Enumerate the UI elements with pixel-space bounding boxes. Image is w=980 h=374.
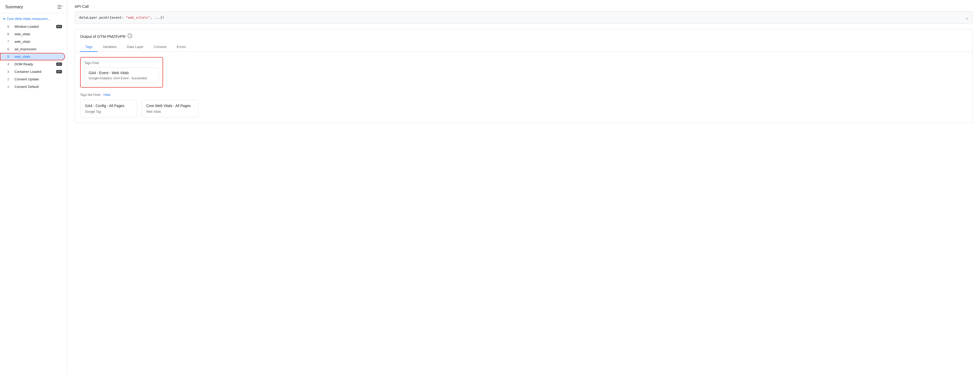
svg-marker-3 xyxy=(62,6,63,7)
sidebar-item-name-6: ad_impression xyxy=(14,47,62,51)
sidebar-item-4[interactable]: 4 DOM Ready </> xyxy=(0,60,65,68)
sidebar-item-name-8: web_vitals xyxy=(14,32,62,36)
sidebar-item-1[interactable]: 1 Consent Default xyxy=(0,83,65,91)
code-string: "web_vitals" xyxy=(126,16,150,19)
api-call-title: API Call xyxy=(67,0,980,11)
sidebar-item-name-9: Window Loaded xyxy=(14,25,55,29)
code-icon-4: </> xyxy=(57,63,61,65)
output-header: Output of GTM-PMZ5VPR ? xyxy=(75,29,972,39)
code-icon-9: </> xyxy=(57,25,61,28)
tags-not-fired-section: Tags Not Fired Hide GA4 - Config - All P… xyxy=(80,93,967,118)
not-fired-card-sub-2: Web Vitals xyxy=(146,110,193,113)
tag-card-ga4-event[interactable]: GA4 - Event - Web Vitals Google Analytic… xyxy=(84,67,159,83)
sidebar-item-number-3: 3 xyxy=(7,70,13,73)
code-icon-3: </> xyxy=(57,70,61,73)
sidebar-item-name-4: DOM Ready xyxy=(14,62,55,66)
sidebar-item-7[interactable]: 7 web_vitals xyxy=(0,38,65,45)
sidebar: Summary ▼ Core Web Vitals measurem... 9 … xyxy=(0,0,67,374)
sidebar-title: Summary xyxy=(5,5,23,10)
code-text: dataLayer.push({event: "web_vitals", ...… xyxy=(79,16,164,19)
filter-icon[interactable] xyxy=(57,5,63,10)
svg-text:?: ? xyxy=(129,35,130,38)
code-prefix: dataLayer.push({event: xyxy=(79,16,126,19)
tags-not-fired-header: Tags Not Fired Hide xyxy=(80,93,967,97)
sidebar-item-name-1: Consent Default xyxy=(14,85,62,89)
sidebar-group-header[interactable]: ▼ Core Web Vitals measurem... xyxy=(0,15,67,23)
sidebar-group-label: Core Web Vitals measurem... xyxy=(7,17,51,21)
tags-fired-label: Tags Fired xyxy=(84,61,159,65)
tab-tags[interactable]: Tags xyxy=(80,42,97,52)
tags-content: Tags Fired GA4 - Event - Web Vitals Goog… xyxy=(75,52,972,123)
sidebar-item-badge-9: </> xyxy=(56,25,62,28)
tab-errors[interactable]: Errors xyxy=(172,42,191,52)
tags-not-fired-hide-button[interactable]: Hide xyxy=(103,93,110,97)
not-fired-card-sub-1: Google Tag xyxy=(85,110,132,113)
not-fired-card-ga4-config[interactable]: GA4 - Config - All Pages Google Tag xyxy=(80,100,137,118)
chevron-down-icon[interactable]: ⌄ xyxy=(966,15,968,20)
tags-fired-section: Tags Fired GA4 - Event - Web Vitals Goog… xyxy=(80,57,163,88)
sidebar-item-number-9: 9 xyxy=(7,25,13,29)
sidebar-item-8[interactable]: 8 web_vitals xyxy=(0,30,65,38)
sidebar-item-3[interactable]: 3 Container Loaded </> xyxy=(0,68,65,75)
svg-rect-2 xyxy=(57,8,61,9)
sidebar-item-number-2: 2 xyxy=(7,77,13,81)
main-content: API Call dataLayer.push({event: "web_vit… xyxy=(67,0,980,374)
sidebar-item-6[interactable]: 6 ad_impression xyxy=(0,45,65,53)
not-fired-card-name-1: GA4 - Config - All Pages xyxy=(85,103,132,108)
sidebar-item-number-7: 7 xyxy=(7,40,13,43)
tab-consent[interactable]: Consent xyxy=(148,42,171,52)
sidebar-item-name-2: Consent Update xyxy=(14,77,62,81)
sidebar-item-number-8: 8 xyxy=(7,32,13,36)
sidebar-item-2[interactable]: 2 Consent Update xyxy=(0,75,65,83)
sidebar-item-number-5: 5 xyxy=(7,55,13,59)
output-title: Output of GTM-PMZ5VPR xyxy=(80,34,126,39)
tab-data-layer[interactable]: Data Layer xyxy=(122,42,149,52)
sidebar-item-number-6: 6 xyxy=(7,47,13,51)
sidebar-item-number-4: 4 xyxy=(7,62,13,66)
svg-rect-1 xyxy=(57,7,61,7)
sidebar-item-name-7: web_vitals xyxy=(14,40,62,43)
not-fired-card-core-web-vitals[interactable]: Core Web Vitals - All Pages Web Vitals xyxy=(141,100,198,118)
sidebar-item-badge-3: </> xyxy=(56,70,62,73)
tabs-bar: Tags Variables Data Layer Consent Errors xyxy=(75,42,972,52)
sidebar-item-5[interactable]: 5 web_vitals xyxy=(0,53,65,60)
tab-variables[interactable]: Variables xyxy=(97,42,122,52)
sidebar-item-badge-4: </> xyxy=(56,62,62,66)
sidebar-item-number-1: 1 xyxy=(7,85,13,89)
help-icon[interactable]: ? xyxy=(127,33,132,39)
tag-card-sub: Google Analytics: GA4 Event - Succeeded xyxy=(89,76,154,80)
sidebar-item-name-5: web_vitals xyxy=(14,55,62,59)
svg-rect-0 xyxy=(57,5,61,6)
code-suffix: , ...}) xyxy=(150,16,164,19)
sidebar-item-9[interactable]: 9 Window Loaded </> xyxy=(0,23,65,30)
code-block[interactable]: dataLayer.push({event: "web_vitals", ...… xyxy=(75,11,973,24)
not-fired-cards: GA4 - Config - All Pages Google Tag Core… xyxy=(80,100,967,118)
chevron-down-icon: ▼ xyxy=(3,17,6,21)
output-section: Output of GTM-PMZ5VPR ? Tags Variables D… xyxy=(75,29,973,123)
not-fired-card-name-2: Core Web Vitals - All Pages xyxy=(146,103,193,108)
tags-not-fired-label: Tags Not Fired xyxy=(80,93,100,97)
sidebar-section: ▼ Core Web Vitals measurem... 9 Window L… xyxy=(0,13,67,92)
sidebar-header: Summary xyxy=(0,0,67,13)
tag-card-name: GA4 - Event - Web Vitals xyxy=(89,71,154,75)
sidebar-item-name-3: Container Loaded xyxy=(14,70,55,73)
